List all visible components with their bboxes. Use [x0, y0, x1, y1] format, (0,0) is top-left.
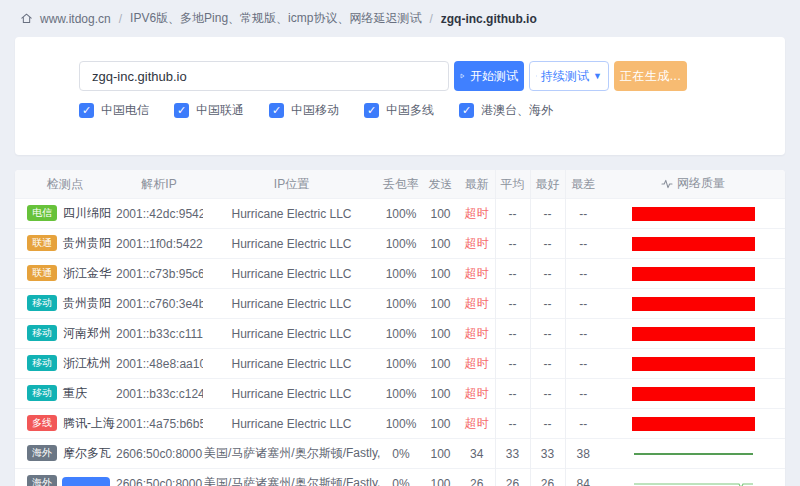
checkbox-checked-icon: ✓: [459, 103, 474, 118]
cell-best: 26: [530, 469, 565, 486]
packet-loss-bar: [632, 207, 755, 221]
cell-worst: --: [565, 199, 601, 229]
cell-latest: 超时: [459, 199, 495, 229]
isp-checkbox-4[interactable]: ✓港澳台、海外: [459, 102, 553, 119]
cell-quality: [601, 259, 785, 289]
cell-worst: --: [565, 409, 601, 439]
cell-node: 多线腾讯-上海: [15, 409, 115, 439]
breadcrumb-site[interactable]: www.itdog.cn: [40, 12, 111, 26]
start-test-button[interactable]: 开始测试: [454, 61, 524, 91]
col-node: 检测点: [15, 170, 115, 199]
cell-worst: --: [565, 259, 601, 289]
isp-badge: 联通: [27, 235, 57, 251]
cell-quality: [601, 349, 785, 379]
latency-sparkline: [632, 447, 755, 461]
table-row: 移动浙江杭州2001::48e8:aa10Hurricane Electric …: [15, 349, 785, 379]
cell-ip-location: Hurricane Electric LLC: [203, 409, 380, 439]
cell-quality: [601, 229, 785, 259]
isp-badge: 海外: [27, 445, 57, 461]
test-form-card: 开始测试 持续测试 ▼ 正在生成... ✓中国电信✓中国联通✓中国移动✓中国多线…: [15, 37, 785, 155]
packet-loss-bar: [632, 327, 755, 341]
cell-resolved-ip: 2001::1f0d:5422: [115, 229, 203, 259]
cell-ip-location: Hurricane Electric LLC: [203, 379, 380, 409]
cell-sent: 100: [422, 469, 459, 486]
cell-avg: --: [495, 259, 530, 289]
results-table-body: 电信四川绵阳2001::42dc:9542Hurricane Electric …: [15, 199, 785, 486]
cell-node: 移动贵州贵阳: [15, 289, 115, 319]
breadcrumb-target: zgq-inc.github.io: [441, 12, 537, 26]
cell-ip-location: 美国/马萨诸塞州/奥尔斯顿/Fastly, Inc.: [203, 469, 380, 486]
host-input[interactable]: [79, 61, 449, 91]
header-row: 检测点解析IPIP位置丢包率发送最新平均最好最差网络质量: [15, 170, 785, 199]
start-test-label: 开始测试: [470, 68, 518, 85]
cell-sent: 100: [422, 229, 459, 259]
cell-node: 电信四川绵阳: [15, 199, 115, 229]
partial-start-button[interactable]: [62, 477, 110, 486]
isp-checkbox-group: ✓中国电信✓中国联通✓中国移动✓中国多线✓港澳台、海外: [79, 102, 785, 119]
cell-best: --: [530, 379, 565, 409]
cell-worst: --: [565, 229, 601, 259]
col-sent: 发送: [422, 170, 459, 199]
repeat-icon: [536, 70, 537, 82]
cell-best: --: [530, 259, 565, 289]
isp-checkbox-label: 港澳台、海外: [481, 102, 553, 119]
latency-sparkline: [632, 477, 755, 486]
col-ip-location: IP位置: [203, 170, 380, 199]
col-loss: 丢包率: [380, 170, 422, 199]
cell-best: --: [530, 319, 565, 349]
packet-loss-bar: [632, 267, 755, 281]
cell-worst: --: [565, 349, 601, 379]
results-table: 检测点解析IPIP位置丢包率发送最新平均最好最差网络质量 电信四川绵阳2001:…: [15, 170, 785, 486]
cell-best: --: [530, 199, 565, 229]
isp-checkbox-3[interactable]: ✓中国多线: [364, 102, 434, 119]
quality-header-label: 网络质量: [677, 175, 725, 192]
cell-node: 移动重庆: [15, 379, 115, 409]
cell-sent: 100: [422, 409, 459, 439]
cell-ip-location: Hurricane Electric LLC: [203, 199, 380, 229]
cell-avg: --: [495, 409, 530, 439]
cell-ip-location: Hurricane Electric LLC: [203, 259, 380, 289]
isp-checkbox-2[interactable]: ✓中国移动: [269, 102, 339, 119]
results-table-card: 检测点解析IPIP位置丢包率发送最新平均最好最差网络质量 电信四川绵阳2001:…: [15, 170, 785, 486]
node-location: 四川绵阳: [63, 206, 111, 220]
cell-quality: [601, 439, 785, 469]
node-location: 河南郑州: [63, 326, 111, 340]
cell-sent: 100: [422, 379, 459, 409]
cell-resolved-ip: 2001::42dc:9542: [115, 199, 203, 229]
isp-checkbox-0[interactable]: ✓中国电信: [79, 102, 149, 119]
table-row: 多线腾讯-上海2001::4a75:b6b5Hurricane Electric…: [15, 409, 785, 439]
continuous-test-label: 持续测试: [541, 68, 589, 85]
cell-loss: 100%: [380, 199, 422, 229]
cell-loss: 0%: [380, 469, 422, 486]
cell-quality: [601, 199, 785, 229]
cell-avg: --: [495, 199, 530, 229]
cell-worst: --: [565, 379, 601, 409]
checkbox-checked-icon: ✓: [364, 103, 379, 118]
cell-latest: 超时: [459, 229, 495, 259]
cell-node: 海外摩尔多瓦: [15, 439, 115, 469]
packet-loss-bar: [632, 297, 755, 311]
breadcrumb-separator: /: [429, 12, 432, 26]
cell-node: 移动浙江杭州: [15, 349, 115, 379]
cell-ip-location: Hurricane Electric LLC: [203, 319, 380, 349]
node-location: 摩尔多瓦: [63, 446, 111, 460]
cell-resolved-ip: 2606:50c0:8000::153: [115, 469, 203, 486]
cell-ip-location: Hurricane Electric LLC: [203, 349, 380, 379]
cell-latest: 超时: [459, 289, 495, 319]
cell-latest: 超时: [459, 319, 495, 349]
cell-avg: --: [495, 349, 530, 379]
cell-node: 移动河南郑州: [15, 319, 115, 349]
cell-resolved-ip: 2001::c760:3e4b: [115, 289, 203, 319]
isp-badge: 海外: [27, 475, 57, 486]
cell-best: --: [530, 289, 565, 319]
cell-quality: [601, 319, 785, 349]
cell-resolved-ip: 2001::4a75:b6b5: [115, 409, 203, 439]
col-latest: 最新: [459, 170, 495, 199]
caret-down-icon: ▼: [593, 72, 602, 81]
isp-badge: 移动: [27, 355, 57, 371]
continuous-test-button[interactable]: 持续测试 ▼: [529, 61, 609, 91]
cell-sent: 100: [422, 319, 459, 349]
isp-checkbox-1[interactable]: ✓中国联通: [174, 102, 244, 119]
packet-loss-bar: [632, 387, 755, 401]
packet-loss-bar: [632, 237, 755, 251]
